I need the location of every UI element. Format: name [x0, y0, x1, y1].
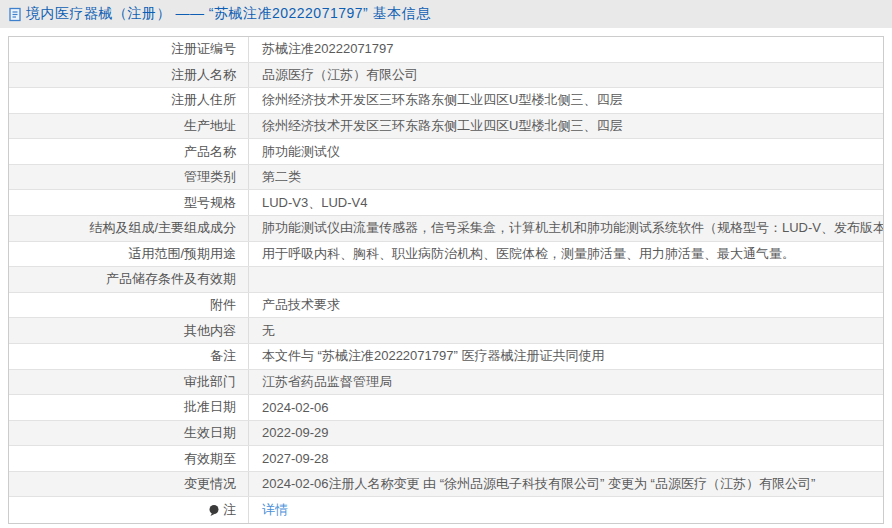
row-label: 其他内容 — [9, 318, 249, 343]
row-value: 品源医疗（江苏）有限公司 — [249, 63, 883, 88]
table-row-storage-validity: 产品储存条件及有效期 — [9, 267, 883, 293]
table-row-remarks: 备注 本文件与 “苏械注准20222071797” 医疗器械注册证共同使用 — [9, 344, 883, 370]
row-value: 2022-09-29 — [249, 421, 883, 446]
table-row-production-address: 生产地址 徐州经济技术开发区三环东路东侧工业四区U型楼北侧三、四层 — [9, 114, 883, 140]
row-label: 型号规格 — [9, 190, 249, 215]
row-label: 生产地址 — [9, 114, 249, 139]
table-row-reg-number: 注册证编号 苏械注准20222071797 — [9, 37, 883, 63]
row-value: 用于呼吸内科、胸科、职业病防治机构、医院体检，测量肺活量、用力肺活量、最大通气量… — [249, 242, 883, 267]
row-value: 无 — [249, 318, 883, 343]
row-value: 徐州经济技术开发区三环东路东侧工业四区U型楼北侧三、四层 — [249, 114, 883, 139]
document-icon — [8, 7, 22, 22]
row-label: 注册证编号 — [9, 37, 249, 62]
row-label: 附件 — [9, 293, 249, 318]
table-row-other-content: 其他内容 无 — [9, 318, 883, 344]
table-row-model-spec: 型号规格 LUD-V3、LUD-V4 — [9, 190, 883, 216]
row-value — [249, 267, 883, 292]
table-row-composition: 结构及组成/主要组成成分 肺功能测试仪由流量传感器，信号采集盒，计算机主机和肺功… — [9, 216, 883, 242]
row-label: 结构及组成/主要组成成分 — [9, 216, 249, 241]
row-value: 徐州经济技术开发区三环东路东侧工业四区U型楼北侧三、四层 — [249, 88, 883, 113]
row-label: 批准日期 — [9, 395, 249, 420]
row-label: 生效日期 — [9, 421, 249, 446]
row-label: 注册人名称 — [9, 63, 249, 88]
row-label: 注 — [9, 497, 249, 523]
table-row-approval-department: 审批部门 江苏省药品监督管理局 — [9, 370, 883, 396]
table-row-note: 注 详情 — [9, 497, 883, 523]
row-value: 本文件与 “苏械注准20222071797” 医疗器械注册证共同使用 — [249, 344, 883, 369]
row-label: 有效期至 — [9, 446, 249, 471]
row-value: 产品技术要求 — [249, 293, 883, 318]
table-row-approval-date: 批准日期 2024-02-06 — [9, 395, 883, 421]
row-value: 肺功能测试仪 — [249, 139, 883, 164]
table-row-attachment: 附件 产品技术要求 — [9, 293, 883, 319]
row-value: 2027-09-28 — [249, 446, 883, 471]
row-value: 苏械注准20222071797 — [249, 37, 883, 62]
table-row-registrant-address: 注册人住所 徐州经济技术开发区三环东路东侧工业四区U型楼北侧三、四层 — [9, 88, 883, 114]
registration-info-table: 注册证编号 苏械注准20222071797 注册人名称 品源医疗（江苏）有限公司… — [8, 36, 884, 524]
row-value: 2024-02-06 — [249, 395, 883, 420]
row-label: 产品储存条件及有效期 — [9, 267, 249, 292]
details-link[interactable]: 详情 — [262, 501, 288, 519]
row-value: 2024-02-06注册人名称变更 由 “徐州品源电子科技有限公司” 变更为 “… — [249, 472, 883, 497]
table-row-effective-date: 生效日期 2022-09-29 — [9, 421, 883, 447]
row-label: 变更情况 — [9, 472, 249, 497]
row-label: 适用范围/预期用途 — [9, 242, 249, 267]
row-value: 第二类 — [249, 165, 883, 190]
table-row-registrant-name: 注册人名称 品源医疗（江苏）有限公司 — [9, 63, 883, 89]
row-label: 产品名称 — [9, 139, 249, 164]
table-row-product-name: 产品名称 肺功能测试仪 — [9, 139, 883, 165]
row-label: 注册人住所 — [9, 88, 249, 113]
row-label: 管理类别 — [9, 165, 249, 190]
row-label: 备注 — [9, 344, 249, 369]
page-header: 境内医疗器械（注册） —— “苏械注准20222071797” 基本信息 — [0, 0, 892, 28]
table-row-management-class: 管理类别 第二类 — [9, 165, 883, 191]
row-value: 肺功能测试仪由流量传感器，信号采集盒，计算机主机和肺功能测试系统软件（规格型号：… — [249, 216, 883, 241]
table-row-intended-use: 适用范围/预期用途 用于呼吸内科、胸科、职业病防治机构、医院体检，测量肺活量、用… — [9, 242, 883, 268]
page-title: 境内医疗器械（注册） —— “苏械注准20222071797” 基本信息 — [26, 5, 431, 23]
row-label: 审批部门 — [9, 370, 249, 395]
row-value: 江苏省药品监督管理局 — [249, 370, 883, 395]
table-row-change-record: 变更情况 2024-02-06注册人名称变更 由 “徐州品源电子科技有限公司” … — [9, 472, 883, 498]
note-label: 注 — [223, 501, 236, 519]
row-value: LUD-V3、LUD-V4 — [249, 190, 883, 215]
balloon-icon — [208, 504, 220, 517]
table-row-expiry-date: 有效期至 2027-09-28 — [9, 446, 883, 472]
